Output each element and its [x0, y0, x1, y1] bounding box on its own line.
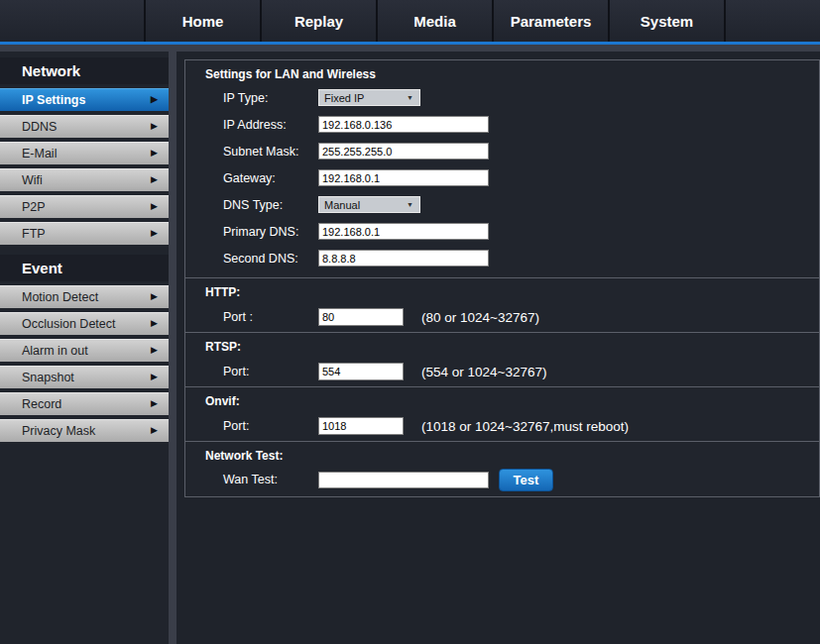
ip-type-select[interactable]: Fixed IP▼: [318, 89, 420, 106]
sidebar-item-label: DDNS: [22, 120, 57, 134]
top-strip: [0, 45, 820, 52]
primary-dns-label: Primary DNS:: [223, 225, 318, 239]
nav-spacer: [0, 0, 144, 42]
gateway-label: Gateway:: [223, 171, 318, 185]
sidebar-item-label: Record: [22, 397, 61, 411]
subnet-mask-row: Subnet Mask:: [185, 138, 819, 164]
rtsp-section-title: RTSP:: [185, 333, 819, 357]
ip-type-label: IP Type:: [223, 91, 318, 105]
chevron-right-icon: ▶: [151, 175, 158, 184]
onvif-port-label: Port:: [223, 419, 318, 433]
sidebar-section-event: Event: [0, 255, 169, 281]
nav-endcap: [724, 0, 726, 42]
rtsp-port-hint: (554 or 1024~32767): [421, 365, 546, 379]
tab-system[interactable]: System: [608, 0, 724, 42]
tab-home[interactable]: Home: [144, 0, 260, 42]
rtsp-port-row: Port:(554 or 1024~32767): [185, 357, 819, 386]
gateway-input[interactable]: [318, 169, 489, 186]
chevron-right-icon: ▶: [151, 149, 158, 158]
sidebar-item-label: E-Mail: [22, 147, 57, 161]
sidebar-item-wifi[interactable]: Wifi▶: [0, 168, 169, 191]
tab-parameters[interactable]: Parameters: [492, 0, 608, 42]
http-port-input[interactable]: [318, 308, 404, 326]
wan-test-label: Wan Test:: [223, 473, 318, 486]
chevron-right-icon: ▶: [151, 122, 158, 131]
rtsp-section: RTSP:Port:(554 or 1024~32767): [185, 332, 819, 386]
sidebar-item-label: Privacy Mask: [22, 424, 95, 438]
gateway-row: Gateway:: [185, 164, 819, 191]
second-dns-row: Second DNS:: [185, 245, 819, 271]
sidebar-item-record[interactable]: Record▶: [0, 392, 169, 415]
wan-test-input[interactable]: [318, 472, 489, 488]
lan-settings-title: Settings for LAN and Wireless: [185, 60, 819, 84]
main-area: Settings for LAN and Wireless IP Type:Fi…: [176, 52, 820, 644]
chevron-right-icon: ▶: [151, 202, 158, 211]
network-test-section: Network Test: Wan Test: Test: [185, 441, 819, 496]
ip-address-row: IP Address:: [185, 111, 819, 138]
http-port-hint: (80 or 1024~32767): [421, 310, 539, 325]
ip-type-value: Fixed IP: [324, 92, 364, 104]
rtsp-port-input[interactable]: [318, 363, 404, 380]
ip-address-label: IP Address:: [223, 118, 318, 132]
sidebar-item-label: Occlusion Detect: [22, 317, 115, 331]
sidebar-item-label: P2P: [22, 200, 46, 214]
tab-replay[interactable]: Replay: [260, 0, 376, 42]
second-dns-label: Second DNS:: [223, 252, 318, 266]
chevron-right-icon: ▶: [151, 373, 158, 381]
chevron-right-icon: ▶: [151, 229, 158, 238]
primary-dns-input[interactable]: [318, 223, 489, 240]
wan-test-row: Wan Test: Test: [185, 466, 819, 496]
ip-address-input[interactable]: [318, 116, 489, 133]
sidebar: NetworkIP Settings▶DDNS▶E-Mail▶Wifi▶P2P▶…: [0, 52, 169, 644]
sidebar-item-label: Wifi: [22, 173, 43, 187]
network-test-title: Network Test:: [185, 442, 819, 466]
sidebar-section-network: Network: [0, 57, 169, 84]
sidebar-item-label: FTP: [22, 227, 46, 241]
sidebar-item-privacy-mask[interactable]: Privacy Mask▶: [0, 419, 169, 442]
subnet-mask-input[interactable]: [318, 143, 489, 160]
sidebar-item-p2p[interactable]: P2P▶: [0, 195, 169, 218]
http-section: HTTP:Port :(80 or 1024~32767): [185, 277, 819, 332]
settings-panel: Settings for LAN and Wireless IP Type:Fi…: [184, 59, 820, 497]
dns-type-row: DNS Type:Manual▼: [185, 191, 819, 218]
sidebar-item-label: Alarm in out: [22, 344, 88, 358]
ip-type-row: IP Type:Fixed IP▼: [185, 84, 819, 111]
top-nav: HomeReplayMediaParametersSystem: [0, 0, 820, 42]
primary-dns-row: Primary DNS:: [185, 218, 819, 245]
http-port-label: Port :: [223, 310, 318, 324]
dns-type-label: DNS Type:: [223, 198, 318, 212]
chevron-down-icon: ▼: [407, 94, 413, 101]
subnet-mask-label: Subnet Mask:: [223, 145, 318, 159]
chevron-right-icon: ▶: [151, 319, 158, 328]
dns-type-select[interactable]: Manual▼: [318, 196, 420, 213]
onvif-port-row: Port:(1018 or 1024~32767,must reboot): [185, 411, 819, 441]
chevron-right-icon: ▶: [151, 399, 158, 408]
dns-type-value: Manual: [324, 199, 360, 211]
sidebar-item-label: Motion Detect: [22, 290, 98, 304]
sidebar-item-ddns[interactable]: DDNS▶: [0, 115, 169, 138]
sidebar-item-ftp[interactable]: FTP▶: [0, 222, 169, 245]
test-button[interactable]: Test: [499, 469, 553, 491]
rtsp-port-label: Port:: [223, 365, 318, 378]
onvif-section: Onvif:Port:(1018 or 1024~32767,must rebo…: [185, 386, 819, 441]
sidebar-item-snapshot[interactable]: Snapshot▶: [0, 366, 169, 388]
http-port-row: Port :(80 or 1024~32767): [185, 302, 819, 332]
sidebar-item-alarm-in-out[interactable]: Alarm in out▶: [0, 339, 169, 362]
content-area: NetworkIP Settings▶DDNS▶E-Mail▶Wifi▶P2P▶…: [0, 52, 820, 644]
chevron-down-icon: ▼: [407, 201, 413, 208]
sidebar-item-occlusion-detect[interactable]: Occlusion Detect▶: [0, 312, 169, 335]
sidebar-main-divider: [169, 52, 176, 644]
chevron-right-icon: ▶: [151, 426, 158, 435]
tab-media[interactable]: Media: [376, 0, 492, 42]
http-section-title: HTTP:: [185, 278, 819, 302]
onvif-section-title: Onvif:: [185, 387, 819, 411]
sidebar-item-label: Snapshot: [22, 371, 74, 384]
second-dns-input[interactable]: [318, 250, 489, 267]
sidebar-item-motion-detect[interactable]: Motion Detect▶: [0, 285, 169, 308]
chevron-right-icon: ▶: [151, 95, 158, 104]
sidebar-item-e-mail[interactable]: E-Mail▶: [0, 142, 169, 164]
onvif-port-input[interactable]: [318, 417, 404, 435]
chevron-right-icon: ▶: [151, 346, 158, 355]
sidebar-item-ip-settings[interactable]: IP Settings▶: [0, 88, 169, 111]
sidebar-item-label: IP Settings: [22, 93, 85, 107]
